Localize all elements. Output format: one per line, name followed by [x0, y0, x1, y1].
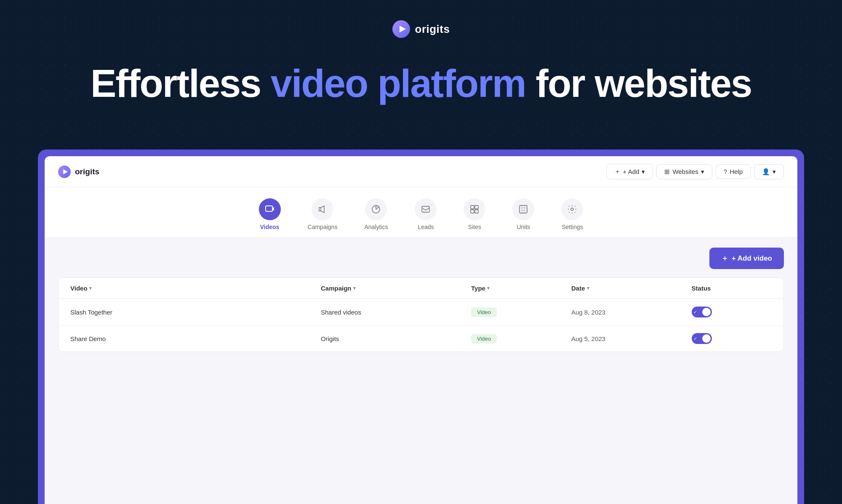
app-logo-icon	[58, 165, 71, 178]
user-chevron-icon: ▾	[773, 168, 776, 176]
header-date[interactable]: Date ▾	[571, 285, 692, 292]
app-logo: origits	[58, 165, 99, 178]
top-header: origits	[0, 0, 842, 38]
user-icon: 👤	[762, 168, 770, 176]
nav-item-units[interactable]: Units	[501, 195, 546, 237]
row2-toggle[interactable]	[692, 333, 712, 344]
hero-section: Effortless video platform for websites	[0, 63, 842, 104]
analytics-icon	[365, 198, 387, 220]
help-label: Help	[730, 168, 743, 175]
svg-rect-9	[471, 205, 474, 209]
row1-type-badge: Video	[471, 307, 497, 317]
row1-date: Aug 8, 2023	[571, 309, 692, 316]
row2-campaign: Origits	[321, 335, 471, 342]
svg-rect-12	[475, 210, 478, 213]
video-sort-icon: ▾	[89, 285, 92, 291]
hero-title: Effortless video platform for websites	[34, 63, 808, 104]
websites-label: Websites	[672, 168, 698, 175]
help-icon: ?	[724, 168, 727, 175]
table-row: Share Demo Origits Video Aug 5, 2023	[59, 325, 783, 352]
content-area: ＋ + Add video Video ▾ Campaign ▾ Ty	[45, 237, 797, 504]
sites-label: Sites	[468, 224, 481, 230]
campaigns-label: Campaigns	[308, 224, 338, 230]
nav-item-leads[interactable]: Leads	[403, 195, 448, 237]
hero-title-part1: Effortless	[91, 62, 271, 105]
settings-label: Settings	[562, 224, 583, 230]
svg-rect-4	[266, 206, 272, 211]
svg-point-18	[571, 208, 573, 211]
help-button[interactable]: ? Help	[716, 164, 751, 179]
svg-line-7	[376, 207, 378, 209]
websites-icon: ⊞	[664, 168, 670, 176]
type-sort-icon: ▾	[487, 285, 490, 291]
svg-rect-10	[475, 205, 478, 209]
row1-type: Video	[471, 307, 571, 317]
row2-status	[692, 333, 772, 344]
nav-item-sites[interactable]: Sites	[452, 195, 497, 237]
header-type[interactable]: Type ▾	[471, 285, 571, 292]
date-sort-icon: ▾	[587, 285, 589, 291]
units-label: Units	[517, 224, 530, 230]
row1-status	[692, 307, 772, 317]
app-topbar: origits ＋ + Add ▾ ⊞ Websites ▾ ? Help	[45, 156, 797, 187]
add-icon: ＋	[614, 168, 621, 176]
nav-tabs: Videos Campaigns	[45, 187, 797, 237]
videos-icon	[259, 198, 281, 220]
row2-type: Video	[471, 334, 571, 344]
videos-label: Videos	[260, 224, 280, 230]
table-row: Slash Together Shared videos Video Aug 8…	[59, 299, 783, 325]
nav-item-campaigns[interactable]: Campaigns	[296, 195, 349, 237]
app-window: origits ＋ + Add ▾ ⊞ Websites ▾ ? Help	[45, 156, 797, 504]
top-logo-icon	[392, 20, 410, 38]
analytics-label: Analytics	[364, 224, 388, 230]
header-campaign[interactable]: Campaign ▾	[321, 285, 471, 292]
add-video-label: + Add video	[732, 254, 772, 263]
row1-toggle[interactable]	[692, 307, 712, 317]
app-container: origits ＋ + Add ▾ ⊞ Websites ▾ ? Help	[38, 149, 804, 504]
header-video[interactable]: Video ▾	[70, 285, 321, 292]
row2-video: Share Demo	[70, 335, 321, 342]
topbar-actions: ＋ + Add ▾ ⊞ Websites ▾ ? Help 👤 ▾	[606, 164, 784, 179]
row1-video: Slash Together	[70, 309, 321, 316]
add-video-icon: ＋	[721, 253, 728, 263]
websites-chevron-icon: ▾	[701, 168, 704, 176]
add-video-button[interactable]: ＋ + Add video	[709, 248, 784, 269]
nav-item-videos[interactable]: Videos	[247, 195, 293, 237]
svg-rect-8	[422, 206, 429, 212]
header-status: Status	[692, 285, 772, 292]
hero-title-part2: for websites	[526, 62, 751, 105]
nav-item-analytics[interactable]: Analytics	[352, 195, 400, 237]
campaigns-icon	[312, 198, 333, 220]
content-toolbar: ＋ + Add video	[58, 248, 784, 269]
row2-type-badge: Video	[471, 334, 497, 344]
videos-table: Video ▾ Campaign ▾ Type ▾ Date ▾	[58, 277, 784, 352]
add-button[interactable]: ＋ + Add ▾	[606, 164, 653, 179]
leads-label: Leads	[418, 224, 434, 230]
user-button[interactable]: 👤 ▾	[754, 164, 784, 179]
settings-icon	[561, 198, 583, 220]
svg-rect-11	[471, 210, 474, 213]
table-header: Video ▾ Campaign ▾ Type ▾ Date ▾	[59, 278, 783, 299]
leads-icon	[415, 198, 437, 220]
campaign-sort-icon: ▾	[353, 285, 356, 291]
row2-date: Aug 5, 2023	[571, 335, 692, 342]
add-chevron-icon: ▾	[642, 168, 645, 176]
top-logo-text: origits	[415, 23, 450, 36]
svg-rect-13	[520, 205, 527, 213]
nav-item-settings[interactable]: Settings	[549, 195, 595, 237]
add-label: + Add	[623, 168, 639, 175]
app-logo-label: origits	[75, 167, 99, 176]
sites-icon	[464, 198, 485, 220]
row1-campaign: Shared videos	[321, 309, 471, 316]
websites-button[interactable]: ⊞ Websites ▾	[656, 164, 712, 179]
hero-title-highlight: video platform	[271, 62, 526, 105]
units-icon	[512, 198, 534, 220]
